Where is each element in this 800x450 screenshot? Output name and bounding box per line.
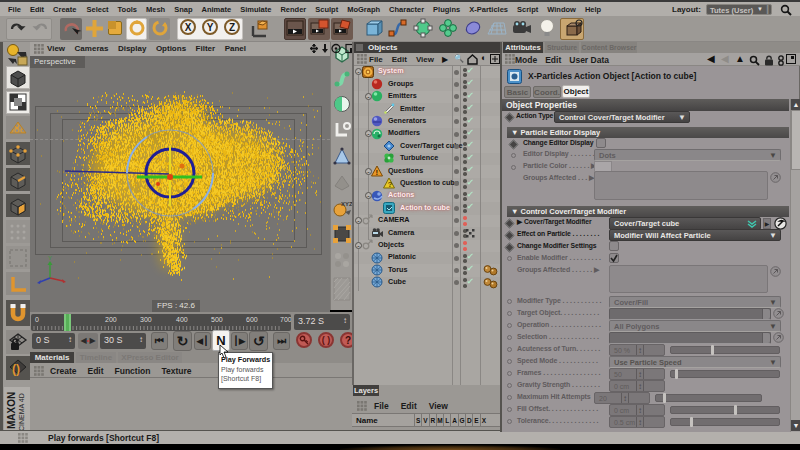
svg-text:400: 400 xyxy=(176,316,188,323)
svg-text:?: ? xyxy=(388,180,393,189)
svg-text:300: 300 xyxy=(140,316,152,323)
svg-text:700: 700 xyxy=(280,316,291,323)
svg-text:Y: Y xyxy=(48,255,52,261)
svg-text:XYZ: XYZ xyxy=(341,201,352,207)
svg-text:200: 200 xyxy=(105,316,117,323)
svg-text:(): () xyxy=(12,362,20,376)
svg-text:500: 500 xyxy=(211,316,223,323)
svg-text:0: 0 xyxy=(35,316,39,323)
svg-text:!: ! xyxy=(375,168,378,177)
svg-text:600: 600 xyxy=(246,316,258,323)
